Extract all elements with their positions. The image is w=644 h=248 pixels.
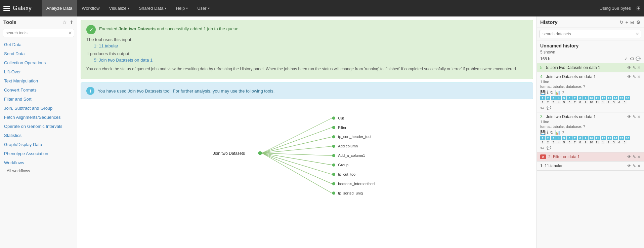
- star-icon[interactable]: ☆: [62, 20, 67, 25]
- dataset-3-eye-icon[interactable]: 👁: [627, 114, 631, 119]
- input-dataset-link[interactable]: 1: 11.tabular: [94, 43, 118, 48]
- dataset-2-header: ✕ 2: Filter on data 1 👁 ✎ ✕: [540, 154, 641, 159]
- dataset-4-eye-icon[interactable]: 👁: [627, 74, 631, 79]
- history-columns-icon[interactable]: ⊟: [630, 20, 634, 25]
- history-search: ✕: [537, 28, 644, 40]
- dataset-3-info-icon[interactable]: ℹ: [547, 130, 549, 135]
- sidebar-item-send-data[interactable]: Send Data: [0, 49, 77, 58]
- history-search-clear[interactable]: ✕: [636, 32, 639, 37]
- nav-analyze-data[interactable]: Analyze Data: [42, 0, 77, 16]
- target-add-column: Add column: [338, 144, 358, 148]
- dataset-3-edit-icon[interactable]: ✎: [633, 114, 636, 119]
- dataset-3-comment-icon[interactable]: 💬: [547, 146, 551, 150]
- nav-user[interactable]: User ▾: [192, 0, 214, 16]
- dataset-4-delete-icon[interactable]: ✕: [637, 74, 641, 79]
- success-alert: ✓ Executed Join two Datasets and success…: [81, 20, 533, 79]
- dataset-5-edit-icon[interactable]: ✎: [633, 65, 636, 70]
- search-clear-icon[interactable]: ✕: [68, 30, 72, 36]
- output-dataset-link[interactable]: 5: Join two Datasets on data 1: [94, 58, 153, 63]
- dataset-3-refresh-icon[interactable]: ↻: [550, 130, 554, 135]
- dataset-3-help-icon[interactable]: ?: [562, 130, 564, 135]
- target-cut: Cut: [338, 116, 344, 120]
- nav-visualize[interactable]: Visualize ▾: [104, 0, 134, 16]
- nav-help[interactable]: Help ▾: [171, 0, 192, 16]
- sidebar-item-statistics[interactable]: Statistics: [0, 131, 77, 140]
- sidebar-subitem-all-workflows[interactable]: All workflows: [0, 167, 77, 175]
- dataset-4-tag-icon[interactable]: 🏷: [540, 106, 544, 110]
- dataset-3-chart-icon[interactable]: 📊: [555, 130, 560, 135]
- sidebar-item-graph-display[interactable]: Graph/Display Data: [0, 140, 77, 149]
- history-check-icon[interactable]: ✓: [624, 57, 628, 61]
- svg-point-17: [332, 191, 335, 194]
- dataset-item-1: 1: 11.tabular 👁 ✎ ✕: [537, 162, 644, 171]
- sidebar-item-collection-operations[interactable]: Collection Operations: [0, 58, 77, 67]
- output-label: It produces this output:: [86, 51, 527, 56]
- history-refresh-icon[interactable]: ↻: [619, 20, 624, 25]
- target-tp-sort: tp_sort_header_tool: [338, 135, 371, 139]
- dataset-1-delete-icon[interactable]: ✕: [637, 164, 641, 168]
- sidebar-item-lift-over[interactable]: Lift-Over: [0, 67, 77, 76]
- info-message: You have used Join two Datasets tool. Fo…: [98, 88, 274, 94]
- dataset-3-save-icon[interactable]: 💾: [540, 130, 546, 135]
- dataset-1-edit-icon[interactable]: ✎: [633, 164, 636, 168]
- dataset-4-save-icon[interactable]: 💾: [540, 90, 546, 95]
- history-title: History: [540, 19, 558, 25]
- dataset-2-delete-icon[interactable]: ✕: [637, 154, 641, 159]
- dataset-4-meta: 1 line: [540, 80, 641, 84]
- sidebar-item-text-manipulation[interactable]: Text Manipulation: [0, 76, 77, 85]
- history-size-icons: ✓ 🏷 💬: [624, 57, 641, 61]
- dataset-3-actions: 💾 ℹ ↻ 📊 ?: [540, 130, 641, 135]
- dataset-5-number: 5:: [540, 65, 544, 70]
- history-add-icon[interactable]: +: [626, 20, 628, 25]
- history-search-input[interactable]: [540, 30, 641, 38]
- center-content: ✓ Executed Join two Datasets and success…: [77, 16, 536, 248]
- source-label: Join two Datasets: [213, 151, 245, 156]
- dataset-4-actions: 💾 ℹ ↻ 📊 ?: [540, 90, 641, 95]
- dataset-3-preview: 12345678910111213141516 1234567891011123…: [540, 136, 641, 144]
- dataset-4-edit-icon[interactable]: ✎: [633, 74, 636, 79]
- dataset-5-eye-icon[interactable]: 👁: [627, 65, 631, 70]
- input-dataset: 1: 11.tabular: [86, 43, 527, 48]
- nav-workflow[interactable]: Workflow: [77, 0, 104, 16]
- dataset-4-refresh-icon[interactable]: ↻: [550, 90, 554, 95]
- sidebar-item-genomic-intervals[interactable]: Operate on Genomic Intervals: [0, 122, 77, 131]
- top-nav: Galaxy Analyze Data Workflow Visualize ▾…: [0, 0, 644, 16]
- dataset-3-meta: 1 line: [540, 120, 641, 124]
- history-comment-icon[interactable]: 💬: [636, 57, 641, 61]
- sidebar-item-convert-formats[interactable]: Convert Formats: [0, 85, 77, 95]
- dataset-4-help-icon[interactable]: ?: [562, 90, 564, 95]
- brand-name: Galaxy: [13, 5, 32, 12]
- sidebar-item-fetch-alignments[interactable]: Fetch Alignments/Sequences: [0, 113, 77, 122]
- sidebar-item-workflows[interactable]: Workflows: [0, 158, 77, 167]
- svg-point-5: [332, 135, 335, 138]
- sidebar-item-get-data[interactable]: Get Data: [0, 40, 77, 49]
- history-settings-icon[interactable]: ⚙: [636, 20, 641, 25]
- svg-point-9: [332, 154, 335, 157]
- dataset-3-tag-icon[interactable]: 🏷: [540, 146, 544, 150]
- svg-point-13: [332, 173, 335, 176]
- sidebar-item-join-subtract[interactable]: Join, Subtract and Group: [0, 104, 77, 113]
- history-size-value: 168 b: [540, 57, 550, 61]
- dataset-3-delete-icon[interactable]: ✕: [637, 114, 641, 119]
- dataset-4-chart-icon[interactable]: 📊: [555, 90, 560, 95]
- sidebar-item-filter-sort[interactable]: Filter and Sort: [0, 95, 77, 104]
- svg-point-7: [332, 145, 335, 148]
- dataset-2-eye-icon[interactable]: 👁: [627, 154, 631, 159]
- user-caret: ▾: [208, 6, 210, 10]
- search-input[interactable]: [3, 29, 74, 37]
- upload-icon[interactable]: ⬆: [70, 20, 74, 25]
- nav-shared-data[interactable]: Shared Data ▾: [134, 0, 171, 16]
- dataset-2-edit-icon[interactable]: ✎: [633, 154, 636, 159]
- dataset-2-icons: 👁 ✎ ✕: [627, 154, 641, 159]
- history-tag-icon[interactable]: 🏷: [630, 57, 634, 61]
- sidebar: Tools ☆ ⬆ ✕ Get Data Send Data Collectio…: [0, 16, 77, 248]
- alert-header: ✓ Executed Join two Datasets and success…: [86, 25, 527, 34]
- dataset-4-comment-icon[interactable]: 💬: [547, 106, 551, 110]
- dataset-2-title: ✕ 2: Filter on data 1: [540, 154, 627, 159]
- dataset-5-delete-icon[interactable]: ✕: [637, 65, 641, 70]
- sidebar-item-phenotype[interactable]: Phenotype Association: [0, 149, 77, 158]
- grid-icon[interactable]: ⊞: [636, 5, 641, 11]
- dataset-1-eye-icon[interactable]: 👁: [627, 164, 631, 168]
- dataset-4-info-icon[interactable]: ℹ: [547, 90, 549, 95]
- help-caret: ▾: [186, 6, 188, 10]
